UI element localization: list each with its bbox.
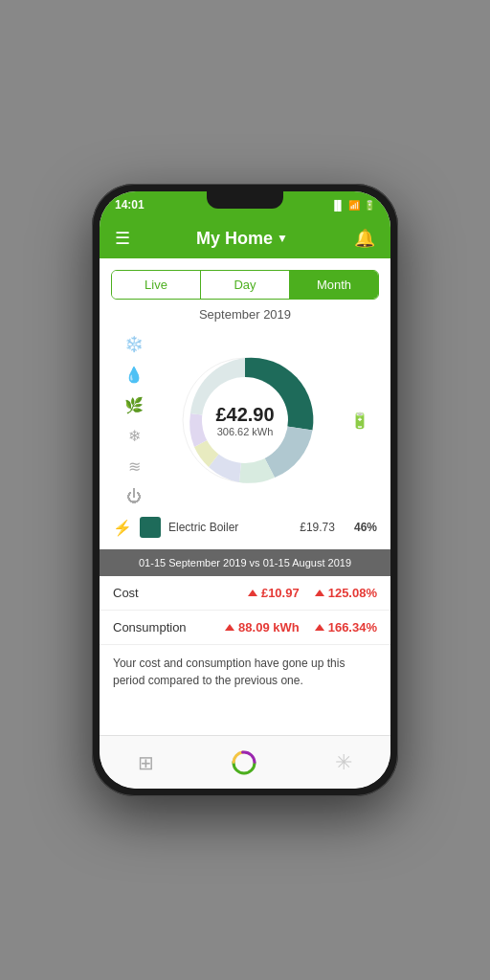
status-time: 14:01 <box>115 198 145 212</box>
chevron-down-icon[interactable]: ▼ <box>277 232 288 245</box>
chart-area: ❄️ 💧 🌿 ❄ ≋ ⏻ <box>109 329 381 511</box>
settings-icon: ✳ <box>335 750 352 775</box>
signal-icon: ▐▌ <box>331 200 345 211</box>
comparison-banner: 01-15 September 2019 vs 01-15 August 201… <box>100 549 390 576</box>
home-label: My Home <box>196 229 273 249</box>
arrow-up-icon-4 <box>315 624 324 631</box>
header-title: My Home ▼ <box>196 229 288 249</box>
period-label: September 2019 <box>100 307 390 322</box>
leaf-icon: 🌿 <box>124 396 144 414</box>
right-icons: 🔋 <box>350 412 369 430</box>
boiler-icon: 🔋 <box>350 412 369 429</box>
main-content: Live Day Month September 2019 ❄️ 💧 🌿 ❄ ≋… <box>100 258 390 735</box>
nav-calendar[interactable]: ⊞ <box>119 746 173 780</box>
home-nav-icon <box>231 749 257 776</box>
stats-cost-row: Cost £10.97 125.08% <box>100 576 390 611</box>
power-icon: ⏻ <box>126 488 142 505</box>
legend-color-box <box>140 517 161 538</box>
svg-point-1 <box>202 377 288 463</box>
hamburger-icon[interactable]: ☰ <box>115 228 130 249</box>
tab-live[interactable]: Live <box>112 271 200 299</box>
status-icons: ▐▌ 📶 🔋 <box>331 200 375 211</box>
tab-bar: Live Day Month <box>111 270 379 300</box>
stats-consumption-row: Consumption 88.09 kWh 166.34% <box>100 611 390 645</box>
info-text: Your cost and consumption have gone up t… <box>100 645 390 699</box>
legend-name: Electric Boiler <box>168 521 292 534</box>
left-icons: ❄️ 💧 🌿 ❄ ≋ ⏻ <box>121 329 147 511</box>
arrow-up-icon-3 <box>225 624 234 631</box>
notch <box>207 191 283 209</box>
water-icon: 💧 <box>124 366 144 384</box>
bell-icon[interactable]: 🔔 <box>354 228 375 249</box>
phone-frame: 14:01 ▐▌ 📶 🔋 ☰ My Home ▼ 🔔 Live Day Mont… <box>92 184 398 796</box>
stats-consumption-label: Consumption <box>113 620 225 635</box>
stats-consumption-value: 88.09 kWh <box>225 620 300 635</box>
wifi-icon: 📶 <box>348 200 360 211</box>
tab-day[interactable]: Day <box>200 271 290 299</box>
nav-settings[interactable]: ✳ <box>316 745 371 781</box>
stats-cost-value: £10.97 <box>248 586 300 600</box>
app-header: ☰ My Home ▼ 🔔 <box>100 218 390 258</box>
frost-icon: ❄ <box>128 427 141 445</box>
nav-home[interactable] <box>212 744 277 782</box>
arrow-up-icon <box>248 590 257 596</box>
donut-chart <box>164 339 326 501</box>
legend-icon: ⚡ <box>113 519 132 537</box>
calendar-icon: ⊞ <box>138 751 154 774</box>
stats-cost-label: Cost <box>113 586 248 600</box>
tab-month[interactable]: Month <box>290 271 378 299</box>
stats-consumption-pct: 166.34% <box>315 620 377 635</box>
legend-row: ⚡ Electric Boiler £19.73 46% <box>100 511 390 544</box>
battery-icon: 🔋 <box>364 200 375 211</box>
heat-icon: ≋ <box>128 457 141 476</box>
stats-cost-pct: 125.08% <box>315 586 377 600</box>
arrow-up-icon-2 <box>315 590 324 596</box>
legend-cost: £19.73 <box>300 521 335 534</box>
bottom-nav: ⊞ ✳ <box>100 735 390 789</box>
phone-screen: 14:01 ▐▌ 📶 🔋 ☰ My Home ▼ 🔔 Live Day Mont… <box>100 191 390 789</box>
legend-percentage: 46% <box>354 521 377 534</box>
snowflake-icon: ❄️ <box>124 335 144 353</box>
